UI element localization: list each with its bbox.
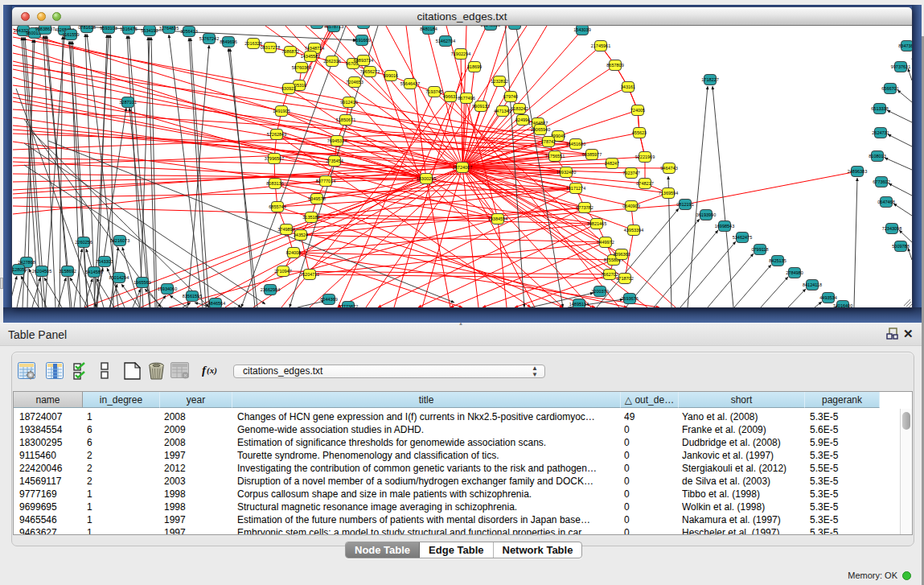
svg-text:4471349: 4471349 bbox=[494, 109, 511, 113]
svg-text:1316475: 1316475 bbox=[120, 27, 137, 31]
svg-text:496631: 496631 bbox=[443, 94, 458, 99]
svg-text:2624731: 2624731 bbox=[872, 130, 889, 135]
svg-text:7923747: 7923747 bbox=[622, 171, 639, 175]
svg-text:70656272: 70656272 bbox=[360, 69, 380, 74]
svg-text:7193745: 7193745 bbox=[425, 89, 442, 94]
svg-text:3396360: 3396360 bbox=[613, 252, 630, 257]
svg-text:10932480: 10932480 bbox=[556, 170, 576, 175]
svg-text:699016: 699016 bbox=[384, 73, 398, 78]
svg-text:51462704: 51462704 bbox=[436, 39, 455, 43]
svg-text:6855744: 6855744 bbox=[269, 204, 285, 209]
svg-text:7986872: 7986872 bbox=[281, 49, 298, 54]
svg-text:7693676: 7693676 bbox=[621, 296, 638, 301]
svg-text:1232812: 1232812 bbox=[491, 79, 507, 84]
svg-text:23662994: 23662994 bbox=[261, 287, 280, 292]
svg-text:6349578: 6349578 bbox=[308, 196, 325, 201]
svg-text:8425135: 8425135 bbox=[769, 258, 786, 263]
svg-text:74348734: 74348734 bbox=[305, 46, 324, 51]
svg-text:14846564: 14846564 bbox=[206, 301, 225, 306]
svg-text:3158692: 3158692 bbox=[59, 269, 76, 274]
svg-text:75204711: 75204711 bbox=[300, 272, 319, 277]
svg-text:2691669: 2691669 bbox=[353, 38, 370, 43]
svg-text:24896383: 24896383 bbox=[848, 169, 867, 174]
svg-text:57773872: 57773872 bbox=[339, 304, 358, 307]
svg-text:34216073: 34216073 bbox=[110, 238, 129, 243]
svg-text:824008: 824008 bbox=[286, 250, 301, 255]
svg-text:8657809: 8657809 bbox=[606, 63, 623, 68]
svg-text:8083136: 8083136 bbox=[266, 181, 283, 186]
svg-text:348247: 348247 bbox=[605, 161, 619, 166]
svg-text:0812191: 0812191 bbox=[676, 202, 693, 207]
svg-text:19384554: 19384554 bbox=[488, 216, 507, 221]
svg-text:53767242: 53767242 bbox=[199, 36, 219, 41]
svg-text:7543303: 7543303 bbox=[96, 259, 113, 264]
svg-text:278742: 278742 bbox=[541, 139, 556, 144]
svg-text:99737631: 99737631 bbox=[891, 64, 910, 69]
svg-text:83561595: 83561595 bbox=[183, 294, 202, 299]
svg-text:5534192: 5534192 bbox=[141, 28, 158, 33]
svg-text:5414586: 5414586 bbox=[85, 270, 102, 274]
svg-text:18724007: 18724007 bbox=[453, 165, 472, 170]
svg-text:71369594: 71369594 bbox=[659, 191, 678, 196]
svg-text:36193990: 36193990 bbox=[696, 212, 716, 217]
svg-text:43953394: 43953394 bbox=[624, 228, 643, 233]
svg-text:18300295: 18300295 bbox=[417, 176, 436, 181]
svg-text:8480184: 8480184 bbox=[420, 27, 437, 31]
svg-text:2362316: 2362316 bbox=[323, 59, 340, 64]
svg-text:60385977: 60385977 bbox=[582, 152, 602, 157]
svg-text:0449972: 0449972 bbox=[597, 240, 614, 245]
svg-text:15451680: 15451680 bbox=[566, 142, 585, 146]
svg-text:39821465: 39821465 bbox=[587, 221, 606, 226]
svg-text:9912419: 9912419 bbox=[340, 100, 357, 105]
svg-text:57262849: 57262849 bbox=[267, 132, 286, 137]
svg-text:72343098: 72343098 bbox=[882, 226, 901, 231]
svg-text:83777014: 83777014 bbox=[316, 179, 335, 183]
svg-text:0748217: 0748217 bbox=[636, 181, 653, 186]
svg-text:2710947: 2710947 bbox=[274, 269, 291, 274]
svg-text:0799118: 0799118 bbox=[751, 247, 768, 252]
svg-text:92221969: 92221969 bbox=[635, 154, 655, 159]
svg-text:1718227: 1718227 bbox=[701, 77, 718, 82]
svg-text:1718702: 1718702 bbox=[616, 276, 633, 281]
svg-text:16998543: 16998543 bbox=[715, 224, 734, 229]
svg-text:8044369: 8044369 bbox=[320, 297, 337, 302]
svg-text:84124118: 84124118 bbox=[803, 282, 822, 287]
svg-text:724005: 724005 bbox=[630, 108, 645, 113]
svg-text:37996507: 37996507 bbox=[265, 156, 284, 161]
svg-text:9464743: 9464743 bbox=[660, 166, 677, 171]
svg-text:(x): (x) bbox=[207, 365, 217, 376]
svg-text:3200379: 3200379 bbox=[591, 289, 608, 294]
svg-text:26204505: 26204505 bbox=[32, 269, 51, 274]
svg-text:2260256: 2260256 bbox=[75, 240, 92, 245]
svg-text:3287101: 3287101 bbox=[119, 100, 136, 105]
svg-text:19065940: 19065940 bbox=[531, 127, 550, 132]
svg-text:6773602: 6773602 bbox=[873, 179, 889, 184]
svg-text:85014294: 85014294 bbox=[109, 275, 129, 280]
svg-text:13171274: 13171274 bbox=[566, 186, 585, 191]
svg-text:2735454: 2735454 bbox=[326, 159, 343, 163]
svg-text:51850671: 51850671 bbox=[336, 117, 355, 122]
svg-text:2784980: 2784980 bbox=[786, 270, 803, 275]
svg-text:1965569: 1965569 bbox=[133, 280, 150, 285]
svg-text:68893734: 68893734 bbox=[354, 58, 373, 63]
svg-text:6773782: 6773782 bbox=[576, 205, 593, 210]
svg-text:14895134: 14895134 bbox=[569, 302, 589, 307]
svg-text:318699: 318699 bbox=[467, 64, 482, 69]
svg-text:1161559: 1161559 bbox=[62, 32, 79, 37]
svg-text:21745961: 21745961 bbox=[591, 43, 610, 48]
svg-text:330923: 330923 bbox=[281, 86, 296, 91]
svg-text:55646417: 55646417 bbox=[400, 81, 420, 86]
svg-text:2016328: 2016328 bbox=[244, 41, 261, 46]
svg-text:679740: 679740 bbox=[503, 94, 518, 99]
svg-text:14345581: 14345581 bbox=[301, 54, 320, 59]
svg-text:6183242: 6183242 bbox=[511, 106, 528, 111]
svg-text:8108013: 8108013 bbox=[869, 154, 885, 159]
svg-text:1491905: 1491905 bbox=[273, 109, 290, 113]
svg-text:76945314: 76945314 bbox=[327, 138, 347, 143]
svg-text:74016400: 74016400 bbox=[833, 303, 852, 307]
svg-text:343524: 343524 bbox=[294, 233, 308, 237]
svg-text:1128059: 1128059 bbox=[12, 267, 27, 272]
svg-text:8849696: 8849696 bbox=[220, 39, 236, 44]
svg-text:16934060: 16934060 bbox=[158, 286, 177, 291]
svg-text:5009788: 5009788 bbox=[892, 244, 909, 249]
